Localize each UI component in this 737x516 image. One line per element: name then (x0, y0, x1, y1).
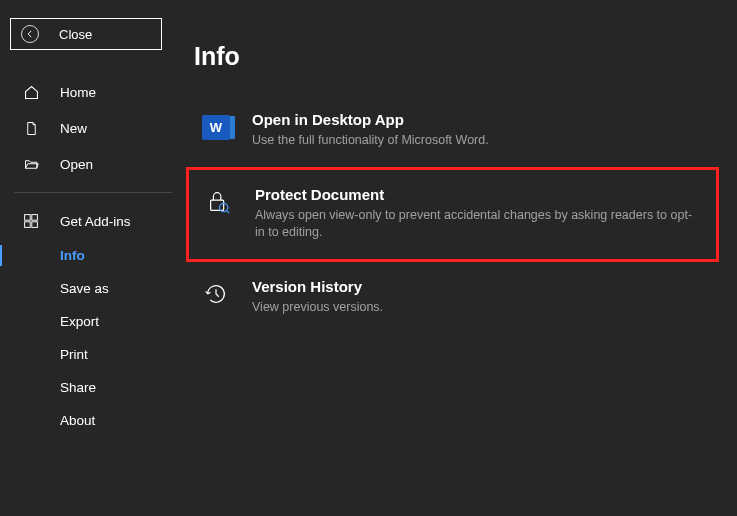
sidebar-item-home[interactable]: Home (0, 74, 186, 110)
divider (14, 192, 172, 193)
svg-rect-1 (32, 215, 38, 221)
history-icon (202, 280, 230, 308)
option-version-history[interactable]: Version History View previous versions. (186, 266, 719, 330)
sidebar-item-label: Home (60, 85, 96, 100)
svg-rect-4 (211, 200, 224, 210)
sidebar-item-label: Print (60, 347, 88, 362)
sidebar-item-label: New (60, 121, 87, 136)
sidebar-item-about[interactable]: About (0, 404, 186, 437)
sidebar-item-label: Get Add-ins (60, 214, 131, 229)
close-button[interactable]: Close (10, 18, 162, 50)
sidebar-item-export[interactable]: Export (0, 305, 186, 338)
main-content: Info W Open in Desktop App Use the full … (186, 0, 737, 516)
option-title: Version History (252, 278, 383, 295)
option-desc: Use the full functionality of Microsoft … (252, 132, 489, 149)
sidebar: Close Home New (0, 0, 186, 516)
option-title: Protect Document (255, 186, 700, 203)
sidebar-item-label: Info (60, 248, 85, 263)
sidebar-item-label: Open (60, 157, 93, 172)
option-open-desktop[interactable]: W Open in Desktop App Use the full funct… (186, 99, 719, 163)
open-icon (22, 155, 40, 173)
back-arrow-icon (21, 25, 39, 43)
svg-rect-3 (32, 222, 38, 228)
option-desc: View previous versions. (252, 299, 383, 316)
new-icon (22, 119, 40, 137)
page-title: Info (194, 42, 719, 71)
svg-rect-0 (25, 215, 31, 221)
close-label: Close (59, 27, 92, 42)
sidebar-item-open[interactable]: Open (0, 146, 186, 182)
addins-icon (22, 212, 40, 230)
sidebar-item-label: Export (60, 314, 99, 329)
option-title: Open in Desktop App (252, 111, 489, 128)
svg-rect-2 (25, 222, 31, 228)
sidebar-item-saveas[interactable]: Save as (0, 272, 186, 305)
option-protect-document[interactable]: Protect Document Always open view-only t… (186, 167, 719, 262)
sidebar-item-info[interactable]: Info (0, 239, 186, 272)
home-icon (22, 83, 40, 101)
sidebar-item-share[interactable]: Share (0, 371, 186, 404)
sidebar-item-label: Share (60, 380, 96, 395)
sidebar-item-addins[interactable]: Get Add-ins (0, 203, 186, 239)
sidebar-item-print[interactable]: Print (0, 338, 186, 371)
sidebar-item-label: Save as (60, 281, 109, 296)
sidebar-item-label: About (60, 413, 95, 428)
protect-icon (205, 188, 233, 216)
sidebar-item-new[interactable]: New (0, 110, 186, 146)
word-icon: W (202, 113, 230, 141)
option-desc: Always open view-only to prevent acciden… (255, 207, 700, 241)
